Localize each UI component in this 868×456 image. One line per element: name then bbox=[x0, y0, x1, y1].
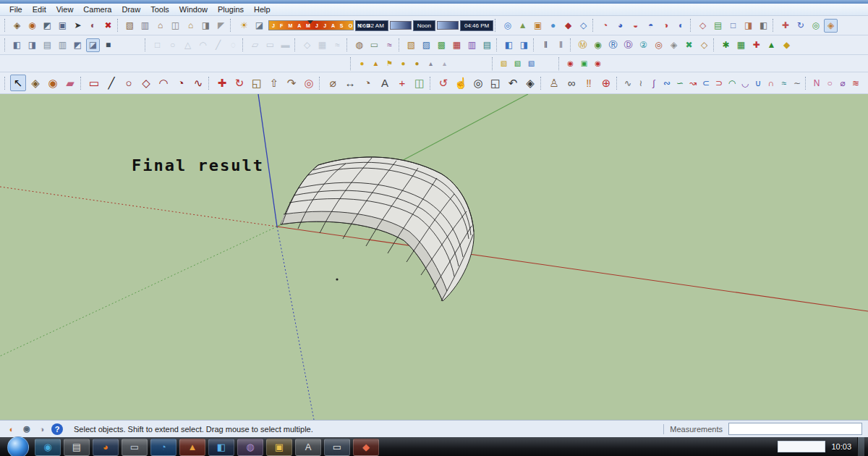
weld-icon[interactable]: ◍ bbox=[352, 38, 366, 52]
pan-nav-icon[interactable]: ✚ bbox=[778, 19, 792, 33]
shadow-months-strip[interactable]: J F M A M J J A S O N D bbox=[268, 20, 354, 30]
align-blue-a-icon[interactable]: ◧ bbox=[502, 38, 516, 52]
zoom-extents-icon[interactable]: ◈ bbox=[522, 75, 538, 91]
polyline-divide-icon[interactable]: ≀ bbox=[635, 76, 647, 90]
help-icon[interactable]: ? bbox=[51, 423, 63, 435]
in-model-styles-icon[interactable]: ◨ bbox=[25, 38, 39, 52]
cube-red-icon[interactable]: ▦ bbox=[450, 38, 464, 52]
eraser-icon[interactable]: ▰ bbox=[62, 75, 78, 91]
viewport-canvas[interactable] bbox=[0, 94, 868, 420]
material-cube-icon[interactable]: ▧ bbox=[511, 58, 524, 69]
u-curve-icon[interactable]: ∪ bbox=[752, 76, 764, 90]
style-mix-icon[interactable]: ◪ bbox=[86, 38, 100, 52]
taskbar-app-mail[interactable]: ◧ bbox=[208, 439, 234, 456]
step-bars-icon[interactable]: ‖ bbox=[554, 38, 568, 52]
plugin-r-icon[interactable]: Ⓡ bbox=[606, 38, 620, 52]
wave-icon[interactable]: ∼ bbox=[791, 76, 803, 90]
section-plane-icon[interactable]: ◫ bbox=[412, 75, 427, 91]
shadow-dialog-icon[interactable]: ☀ bbox=[237, 19, 251, 33]
solid-split-icon[interactable]: ◐ bbox=[674, 19, 688, 33]
line-icon[interactable]: ╱ bbox=[103, 75, 119, 91]
style-cube-icon[interactable]: ▧ bbox=[525, 58, 537, 69]
start-button[interactable] bbox=[7, 436, 29, 456]
person-edit-icon[interactable]: ▣ bbox=[56, 19, 69, 33]
orbit-nav-icon[interactable]: ↻ bbox=[793, 19, 807, 33]
axes-icon[interactable]: + bbox=[394, 75, 410, 91]
taskbar-app-sketchup[interactable]: ◆ bbox=[353, 439, 379, 456]
fspline-icon[interactable]: ↝ bbox=[687, 76, 699, 90]
zoom-icon[interactable]: ◎ bbox=[470, 75, 486, 91]
menu-item-camera[interactable]: Camera bbox=[78, 4, 116, 14]
outer-shell-icon[interactable]: ◔ bbox=[598, 19, 612, 33]
drape-icon[interactable]: ◆ bbox=[780, 38, 793, 52]
sun-b-icon[interactable]: ● bbox=[411, 58, 423, 69]
taskbar-clock[interactable]: 10:03 bbox=[831, 442, 851, 451]
measurements-input[interactable] bbox=[728, 423, 862, 435]
ghost-stamp-icon[interactable]: ▬ bbox=[278, 38, 292, 52]
plugin-2-icon[interactable]: ② bbox=[637, 38, 650, 52]
scale-icon[interactable]: ◱ bbox=[249, 75, 265, 91]
house-add-icon[interactable]: ⌂ bbox=[184, 19, 197, 33]
scene-icon[interactable]: ▣ bbox=[578, 58, 590, 69]
toggle-terrain-icon[interactable]: ▲ bbox=[516, 19, 529, 33]
ghost-line-icon[interactable]: ╱ bbox=[211, 38, 225, 52]
plugin-e-icon[interactable]: ◎ bbox=[652, 38, 665, 52]
curve-close-icon[interactable]: ⊂ bbox=[700, 76, 712, 90]
cube-teal-icon[interactable]: ▤ bbox=[480, 38, 494, 52]
cube-orange-icon[interactable]: ▧ bbox=[404, 38, 418, 52]
axes-target-icon[interactable]: ⊕ bbox=[598, 75, 614, 91]
align-blue-b-icon[interactable]: ◨ bbox=[517, 38, 531, 52]
plugin-k-icon[interactable]: ◇ bbox=[697, 38, 711, 52]
ghost-cylinder-icon[interactable]: ○ bbox=[166, 38, 179, 52]
rectangle-icon[interactable]: ▭ bbox=[86, 75, 102, 91]
component-icon[interactable]: ◈ bbox=[10, 19, 24, 33]
back-view-icon[interactable]: ◧ bbox=[757, 19, 770, 33]
ghost-box-icon[interactable]: □ bbox=[150, 38, 164, 52]
right-view-icon[interactable]: ◨ bbox=[741, 19, 755, 33]
cube-blue-icon[interactable]: ▨ bbox=[420, 38, 433, 52]
taskbar-app-browser[interactable]: ◍ bbox=[237, 439, 263, 456]
sun-position-icon[interactable]: ● bbox=[356, 58, 368, 69]
show-desktop-button[interactable] bbox=[857, 437, 864, 456]
viewport[interactable]: Final result bbox=[0, 94, 868, 420]
mesh-model[interactable] bbox=[281, 157, 474, 301]
get-models-icon[interactable]: ◆ bbox=[561, 19, 575, 33]
cube-green-icon[interactable]: ▩ bbox=[435, 38, 448, 52]
bspline-icon[interactable]: ∾ bbox=[661, 76, 673, 90]
text-icon[interactable]: A bbox=[377, 75, 393, 91]
barn-tool-icon[interactable]: ◨ bbox=[199, 19, 213, 33]
ghost-tube-icon[interactable]: ◌ bbox=[226, 38, 240, 52]
loft-icon[interactable]: ○ bbox=[824, 76, 835, 90]
move-icon[interactable]: ✚ bbox=[214, 75, 230, 91]
sandbox-from-scratch-icon[interactable]: ▦ bbox=[734, 38, 748, 52]
north-arrow-icon[interactable]: ▲ bbox=[370, 58, 382, 69]
pause-bars-icon[interactable]: ‖ bbox=[539, 38, 553, 52]
protractor-icon[interactable]: ◔ bbox=[359, 75, 375, 91]
menu-item-edit[interactable]: Edit bbox=[27, 4, 51, 14]
top-view-icon[interactable]: ▤ bbox=[711, 19, 725, 33]
taskbar-app-notepad[interactable]: ▭ bbox=[324, 439, 350, 456]
pan-icon[interactable]: ☝ bbox=[453, 75, 469, 91]
ghost-smooth-icon[interactable]: ≈ bbox=[331, 38, 344, 52]
shadow-time-slider-pm[interactable] bbox=[437, 21, 459, 30]
shed-tool-icon[interactable]: ◫ bbox=[169, 19, 182, 33]
orbit-icon[interactable]: ↺ bbox=[435, 75, 451, 91]
spline-icon[interactable]: ∿ bbox=[622, 76, 634, 90]
n-curve-icon[interactable]: ∩ bbox=[765, 76, 777, 90]
push-pull-icon[interactable]: ⇧ bbox=[266, 75, 282, 91]
menu-item-file[interactable]: File bbox=[4, 4, 27, 14]
catmull-icon[interactable]: ∽ bbox=[674, 76, 686, 90]
rotate-icon[interactable]: ↻ bbox=[231, 75, 247, 91]
arc-center-icon[interactable]: ◡ bbox=[739, 76, 751, 90]
menu-item-tools[interactable]: Tools bbox=[145, 4, 174, 14]
iso-view-icon[interactable]: ◇ bbox=[696, 19, 710, 33]
paint-icon[interactable]: ◉ bbox=[45, 75, 61, 91]
home-tool-icon[interactable]: ⌂ bbox=[153, 19, 167, 33]
shadow-time-slider-am[interactable] bbox=[390, 21, 412, 30]
follow-me-icon[interactable]: ↷ bbox=[284, 75, 299, 91]
bezier-edit-icon[interactable]: ∫ bbox=[648, 76, 660, 90]
solid-trim-icon[interactable]: ◑ bbox=[659, 19, 673, 33]
solid-subtract-icon[interactable]: ◓ bbox=[644, 19, 658, 33]
taskbar-app-player[interactable]: ▲ bbox=[179, 439, 205, 456]
s-curve-icon[interactable]: ≈ bbox=[778, 76, 790, 90]
